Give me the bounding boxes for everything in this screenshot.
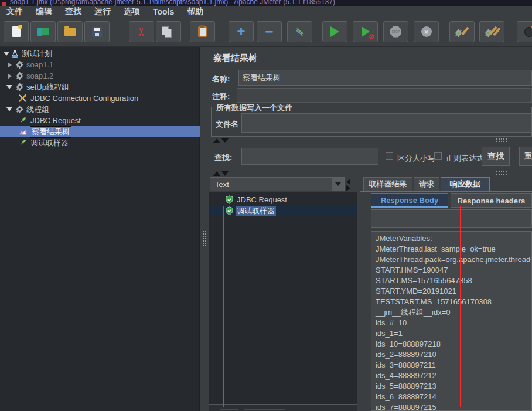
start-no-timers-button[interactable] — [353, 21, 378, 42]
thread-group-icon — [15, 60, 24, 69]
tree-item-soap12[interactable]: soap1.2 — [0, 70, 200, 81]
toggle-button[interactable] — [287, 21, 312, 42]
comment-input[interactable] — [237, 88, 532, 103]
view-mode-select[interactable]: Text — [210, 177, 345, 191]
response-line: JMeterThread.last_sample_ok=true — [376, 244, 531, 254]
response-line: ids_4=888897212 — [376, 371, 531, 381]
response-line: START.HMS=190047 — [376, 265, 531, 276]
paste-icon — [198, 26, 207, 37]
tab-underline — [360, 191, 532, 192]
menu-file[interactable]: 文件 — [0, 5, 29, 18]
response-line: ids_3=888897211 — [376, 360, 531, 371]
save-button[interactable] — [84, 21, 110, 42]
filename-input[interactable] — [241, 113, 532, 133]
tab-response-data[interactable]: 响应数据 — [441, 177, 490, 191]
response-line: START.MS=1571655647858 — [376, 276, 531, 286]
find-button[interactable]: 查找 — [482, 147, 510, 166]
tab-sampler-result[interactable]: 取样器结果 — [363, 177, 412, 191]
response-search-box[interactable] — [371, 209, 532, 228]
wipe-button[interactable] — [517, 21, 532, 42]
templates-icon — [37, 28, 49, 36]
tree-item-test-plan[interactable]: 测试计划 — [0, 48, 200, 59]
collapse-down-icon[interactable] — [221, 171, 229, 176]
response-line: ids_#=10 — [376, 318, 531, 328]
collapse-left-icon[interactable] — [346, 179, 350, 185]
tree-item-view-results-tree[interactable]: 察看结果树 — [0, 126, 200, 137]
response-line: ids_10=888897218 — [376, 339, 531, 349]
thread-group-icon — [15, 72, 24, 80]
response-line: __jm__线程组__idx=0 — [376, 307, 531, 318]
clear-button[interactable] — [449, 21, 475, 42]
menu-help[interactable]: 帮助 — [180, 5, 210, 18]
collapse-icon[interactable] — [6, 85, 12, 89]
expand-icon[interactable] — [8, 73, 12, 79]
remove-button[interactable]: − — [257, 21, 282, 42]
splitter-grip[interactable] — [496, 138, 507, 142]
regex-checkbox[interactable] — [434, 152, 442, 160]
expand-icon[interactable] — [8, 62, 12, 68]
chevron-down-icon[interactable] — [332, 178, 344, 191]
menu-options[interactable]: 选项 — [117, 5, 146, 18]
tree-item-jdbc-connection-configuration[interactable]: JDBC Connection Configuration — [0, 93, 200, 104]
no-pause-badge-icon — [369, 34, 374, 39]
test-plan-icon — [11, 49, 19, 58]
response-line: ids_2=888897210 — [376, 349, 531, 360]
cut-button[interactable]: ✂ — [129, 21, 154, 42]
paste-button[interactable] — [190, 21, 215, 42]
collapse-right-icon[interactable] — [346, 185, 350, 191]
tree-item-thread-group[interactable]: 线程组 — [0, 104, 200, 115]
result-item-debug-sampler[interactable]: 调试取样器 — [209, 205, 357, 216]
add-button[interactable]: + — [229, 21, 254, 42]
save-icon — [92, 27, 102, 37]
templates-button[interactable] — [30, 21, 56, 42]
shutdown-button[interactable]: × — [414, 21, 439, 42]
case-sensitive-checkbox[interactable] — [386, 152, 393, 160]
wipe-icon — [524, 27, 532, 37]
subtab-response-headers[interactable]: Response headers — [451, 193, 532, 208]
regex-label: 正则表达式 — [446, 153, 484, 164]
test-plan-tree: 测试计划 soap1.1 soap1.2 setUp线程组 — [0, 47, 200, 411]
shutdown-icon: × — [421, 26, 432, 37]
thread-group-icon — [15, 105, 24, 114]
menu-edit[interactable]: 编辑 — [29, 5, 59, 18]
menu-run[interactable]: 运行 — [88, 5, 117, 18]
response-body-text[interactable]: JMeterVariables: JMeterThread.last_sampl… — [371, 231, 532, 411]
collapse-icon[interactable] — [6, 107, 12, 111]
new-file-button[interactable] — [4, 21, 29, 42]
subtab-response-body[interactable]: Response Body — [371, 193, 448, 208]
stop-button[interactable]: STOP — [383, 21, 408, 42]
response-line: ids_5=888897213 — [376, 381, 531, 392]
open-file-button[interactable] — [57, 21, 83, 42]
collapse-up-icon[interactable] — [213, 171, 220, 176]
menu-search[interactable]: 查找 — [59, 5, 88, 18]
start-icon — [330, 26, 339, 37]
scroll-option-strip — [209, 405, 357, 411]
tree-item-setup-thread-group[interactable]: setUp线程组 — [0, 81, 200, 93]
splitter-grip[interactable] — [202, 230, 207, 247]
collapse-up-icon[interactable] — [213, 138, 220, 143]
tree-item-soap11[interactable]: soap1.1 — [0, 59, 200, 70]
response-line: ids_6=888897214 — [376, 392, 531, 402]
cut-icon: ✂ — [135, 27, 147, 37]
toolbar: ✂ + − STOP × — [0, 18, 532, 47]
search-input[interactable] — [241, 148, 378, 165]
menu-tools[interactable]: Tools — [146, 6, 180, 18]
splitter-grip[interactable] — [496, 171, 507, 175]
tree-item-debug-sampler[interactable]: 调试取样器 — [0, 137, 200, 148]
vertical-splitter[interactable] — [200, 47, 209, 411]
collapse-down-icon[interactable] — [221, 138, 229, 143]
case-sensitive-label: 区分大小写 — [397, 153, 435, 164]
collapse-icon[interactable] — [4, 52, 9, 56]
clear-all-button[interactable] — [479, 21, 504, 42]
remove-icon: − — [265, 23, 273, 40]
tab-request[interactable]: 请求 — [414, 177, 439, 191]
result-item-jdbc-request[interactable]: JDBC Request — [209, 194, 357, 205]
success-shield-icon — [225, 206, 234, 215]
start-button[interactable] — [322, 21, 347, 42]
response-line: START.YMD=20191021 — [376, 286, 531, 297]
tree-item-jdbc-request[interactable]: JDBC Request — [0, 115, 200, 126]
copy-button[interactable] — [156, 21, 181, 42]
sampler-icon — [18, 116, 27, 125]
reset-button[interactable]: 重 — [519, 147, 532, 166]
name-input[interactable] — [238, 70, 532, 86]
